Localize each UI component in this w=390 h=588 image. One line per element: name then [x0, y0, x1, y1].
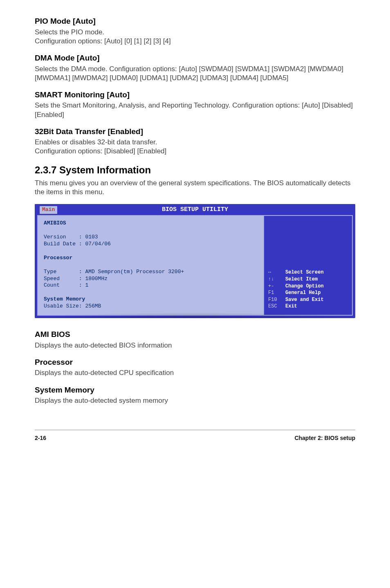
amibios-text: Displays the auto-detected BIOS informat…: [35, 341, 355, 350]
help-row: F10Save and Exit: [268, 297, 349, 303]
dma-mode-heading: DMA Mode [Auto]: [35, 53, 355, 63]
help-row: ↑↓Select Item: [268, 276, 349, 283]
help-row: ↔Select Screen: [268, 269, 349, 276]
help-row: +-Change Option: [268, 283, 349, 290]
sysmem-text: Displays the auto-detected system memory: [35, 396, 355, 405]
footer-page-num: 2-16: [35, 434, 46, 442]
bios-setup-screenshot: Main BIOS SETUP UTILITY AMIBIOS Version …: [35, 204, 355, 318]
pio-line1: Selects the PIO mode.: [35, 28, 104, 36]
help-txt-2: Change Option: [285, 283, 349, 290]
bios-usable: Usable Size: 256MB: [44, 303, 101, 309]
help-key-3: F1: [268, 290, 285, 296]
amibios-heading: AMI BIOS: [35, 330, 355, 340]
pio-mode-heading: PIO Mode [Auto]: [35, 16, 355, 27]
help-txt-0: Select Screen: [285, 269, 349, 276]
help-txt-3: General Help: [285, 290, 349, 296]
page-footer: 2-16 Chapter 2: BIOS setup: [35, 430, 355, 442]
bios-body: AMIBIOS Version : 0103 Build Date : 07/0…: [37, 215, 353, 316]
bios-amibios-label: AMIBIOS: [44, 220, 66, 226]
help-key-4: F10: [268, 297, 285, 303]
pio-line2: Configuration options: [Auto] [0] [1] [2…: [35, 37, 171, 45]
bit32-text: Enables or disables 32-bit data transfer…: [35, 138, 355, 156]
bios-build: Build Date : 07/04/06: [44, 241, 111, 247]
bios-type: Type : AMD Sempron(tm) Processor 3200+: [44, 269, 184, 275]
bit32-line1: Enables or disables 32-bit data transfer…: [35, 138, 157, 146]
help-key-5: ESC: [268, 303, 285, 310]
proc-heading: Processor: [35, 357, 355, 368]
proc-text: Displays the auto-detected CPU specifica…: [35, 368, 355, 377]
help-key-0: ↔: [268, 269, 285, 276]
sysinfo-heading: 2.3.7 System Information: [35, 164, 355, 176]
bios-version: Version : 0103: [44, 234, 98, 240]
bios-right-panel: ↔Select Screen ↑↓Select Item +-Change Op…: [264, 216, 352, 315]
sysmem-heading: System Memory: [35, 385, 355, 395]
bios-tab-main: Main: [40, 206, 57, 214]
bios-processor-label: Processor: [44, 255, 72, 261]
help-key-2: +-: [268, 283, 285, 290]
bit32-heading: 32Bit Data Transfer [Enabled]: [35, 127, 355, 137]
bios-speed: Speed : 1800MHz: [44, 276, 108, 282]
sysinfo-text: This menu gives you an overview of the g…: [35, 179, 355, 197]
smart-heading: SMART Monitoring [Auto]: [35, 90, 355, 100]
help-key-1: ↑↓: [268, 276, 285, 283]
help-row: ESCExit: [268, 303, 349, 310]
bios-left-panel: AMIBIOS Version : 0103 Build Date : 07/0…: [38, 216, 264, 315]
help-txt-1: Select Item: [285, 276, 349, 283]
pio-mode-text: Selects the PIO mode. Configuration opti…: [35, 28, 355, 46]
bios-title: BIOS SETUP UTILITY: [162, 206, 228, 213]
bit32-line2: Configuration options: [Disabled] [Enabl…: [35, 147, 166, 155]
help-txt-4: Save and Exit: [285, 297, 349, 303]
dma-mode-text: Selects the DMA mode. Configuration opti…: [35, 65, 355, 83]
footer-chapter: Chapter 2: BIOS setup: [294, 434, 355, 442]
bios-count: Count : 1: [44, 282, 88, 288]
bios-sysmem-label: System Memory: [44, 296, 85, 302]
help-txt-5: Exit: [285, 303, 349, 310]
smart-text: Sets the Smart Monitoring, Analysis, and…: [35, 101, 355, 119]
help-row: F1General Help: [268, 290, 349, 296]
bios-title-bar: Main BIOS SETUP UTILITY: [35, 204, 355, 215]
